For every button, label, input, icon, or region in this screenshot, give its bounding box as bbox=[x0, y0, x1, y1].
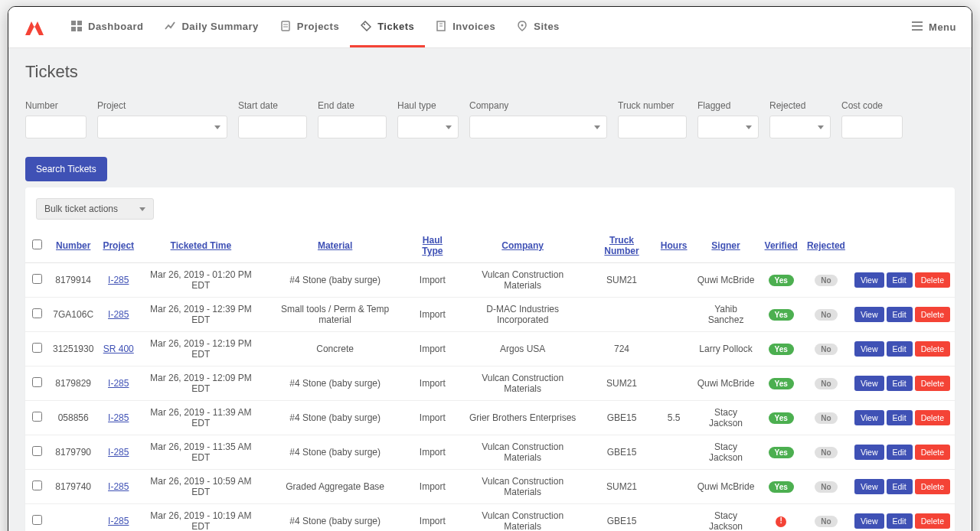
delete-button[interactable]: Delete bbox=[915, 307, 950, 322]
truck_number-input[interactable] bbox=[618, 116, 687, 138]
project-link[interactable]: I-285 bbox=[108, 447, 129, 458]
delete-button[interactable]: Delete bbox=[915, 445, 950, 460]
nav-invoices[interactable]: Invoices bbox=[425, 7, 506, 47]
project-link[interactable]: I-285 bbox=[108, 309, 129, 320]
row-checkbox[interactable] bbox=[32, 446, 42, 456]
delete-button[interactable]: Delete bbox=[915, 376, 950, 391]
view-button[interactable]: View bbox=[854, 307, 884, 322]
view-button[interactable]: View bbox=[854, 376, 884, 391]
filter-label: Start date bbox=[238, 100, 307, 111]
time-cell: Mar 26, 2019 - 11:39 AM EDT bbox=[139, 401, 263, 435]
cost_code-input[interactable] bbox=[841, 116, 903, 138]
view-button[interactable]: View bbox=[854, 479, 884, 494]
project-link[interactable]: I-285 bbox=[108, 481, 129, 492]
project-cell: SR 400 bbox=[98, 332, 139, 366]
material-cell: #4 Stone (baby surge) bbox=[263, 504, 407, 532]
nav-tickets[interactable]: Tickets bbox=[350, 7, 425, 47]
edit-button[interactable]: Edit bbox=[887, 479, 913, 494]
signer-cell: Stacy Jackson bbox=[692, 435, 760, 470]
nav-dashboard[interactable]: Dashboard bbox=[60, 7, 154, 47]
haul-cell: Import bbox=[407, 435, 459, 470]
delete-button[interactable]: Delete bbox=[915, 410, 950, 425]
verified-cell: Yes bbox=[760, 366, 802, 401]
col-material[interactable]: Material bbox=[263, 229, 407, 263]
nav-daily-summary[interactable]: Daily Summary bbox=[154, 7, 269, 47]
row-checkbox[interactable] bbox=[32, 412, 42, 422]
row-checkbox[interactable] bbox=[32, 481, 42, 490]
start_date-input[interactable] bbox=[238, 116, 307, 138]
col-ticketed-time[interactable]: Ticketed Time bbox=[139, 229, 263, 263]
edit-button[interactable]: Edit bbox=[887, 410, 913, 425]
col-number[interactable]: Number bbox=[48, 229, 98, 263]
nav-label: Dashboard bbox=[88, 21, 143, 32]
checkbox-cell bbox=[25, 504, 48, 532]
end_date-input[interactable] bbox=[318, 116, 387, 138]
hours-cell bbox=[656, 504, 692, 532]
col-hours[interactable]: Hours bbox=[656, 229, 692, 263]
edit-button[interactable]: Edit bbox=[887, 513, 913, 529]
delete-button[interactable]: Delete bbox=[915, 513, 950, 529]
delete-button[interactable]: Delete bbox=[915, 341, 950, 357]
filter-number: Number bbox=[25, 100, 87, 138]
truck-cell: SUM21 bbox=[587, 263, 656, 298]
project-link[interactable]: I-285 bbox=[108, 516, 129, 526]
signer-cell: Stacy Jackson bbox=[692, 401, 760, 435]
haul_type-select[interactable] bbox=[397, 116, 459, 138]
menu-button[interactable]: Menu bbox=[912, 21, 956, 33]
nav-sites[interactable]: Sites bbox=[506, 7, 570, 47]
rejected-select[interactable] bbox=[769, 116, 831, 138]
edit-button[interactable]: Edit bbox=[887, 272, 913, 288]
number-input[interactable] bbox=[25, 116, 87, 138]
truck-cell: GBE15 bbox=[587, 435, 656, 470]
view-button[interactable]: View bbox=[854, 341, 884, 357]
edit-button[interactable]: Edit bbox=[887, 376, 913, 391]
col-signer[interactable]: Signer bbox=[692, 229, 760, 263]
project-link[interactable]: I-285 bbox=[108, 412, 129, 423]
col-truck-number[interactable]: Truck Number bbox=[587, 229, 656, 263]
view-button[interactable]: View bbox=[854, 272, 884, 288]
project-link[interactable]: SR 400 bbox=[103, 344, 134, 354]
time-cell: Mar 26, 2019 - 12:19 PM EDT bbox=[139, 332, 263, 366]
col-verified[interactable]: Verified bbox=[760, 229, 802, 263]
nav-projects[interactable]: Projects bbox=[270, 7, 350, 47]
truck-cell: GBE15 bbox=[587, 401, 656, 435]
project-link[interactable]: I-285 bbox=[108, 275, 129, 285]
hours-cell bbox=[656, 263, 692, 298]
row-checkbox[interactable] bbox=[32, 343, 42, 353]
col-company[interactable]: Company bbox=[458, 229, 587, 263]
edit-button[interactable]: Edit bbox=[887, 445, 913, 460]
logo bbox=[24, 18, 45, 37]
table-row: 8179740I-285Mar 26, 2019 - 10:59 AM EDTG… bbox=[25, 470, 955, 504]
select-all-checkbox[interactable] bbox=[32, 239, 42, 249]
bulk-actions-select[interactable]: Bulk ticket actions bbox=[36, 198, 154, 220]
row-checkbox[interactable] bbox=[32, 515, 42, 525]
filter-project: Project bbox=[97, 100, 227, 138]
view-button[interactable]: View bbox=[854, 445, 884, 460]
project-select[interactable] bbox=[97, 116, 227, 138]
search-button[interactable]: Search Tickets bbox=[25, 157, 107, 181]
document-icon bbox=[280, 21, 291, 31]
edit-button[interactable]: Edit bbox=[887, 341, 913, 357]
project-link[interactable]: I-285 bbox=[108, 378, 129, 389]
delete-button[interactable]: Delete bbox=[915, 479, 950, 494]
delete-button[interactable]: Delete bbox=[915, 272, 950, 288]
view-button[interactable]: View bbox=[854, 513, 884, 529]
filter-label: Rejected bbox=[769, 100, 831, 111]
col-rejected[interactable]: Rejected bbox=[802, 229, 850, 263]
filter-label: Cost code bbox=[841, 100, 903, 111]
haul-cell: Import bbox=[407, 504, 459, 532]
project-cell: I-285 bbox=[98, 401, 139, 435]
col-project[interactable]: Project bbox=[98, 229, 139, 263]
row-checkbox[interactable] bbox=[32, 377, 42, 387]
rejected-cell: No bbox=[802, 470, 850, 504]
company-select[interactable] bbox=[469, 116, 607, 138]
flagged-select[interactable] bbox=[697, 116, 759, 138]
filter-label: Company bbox=[469, 100, 607, 111]
col-haul-type[interactable]: Haul Type bbox=[407, 229, 459, 263]
row-checkbox[interactable] bbox=[32, 274, 42, 284]
edit-button[interactable]: Edit bbox=[887, 307, 913, 322]
row-checkbox[interactable] bbox=[32, 308, 42, 318]
rejected-cell: No bbox=[802, 401, 850, 435]
filter-label: Flagged bbox=[697, 100, 759, 111]
view-button[interactable]: View bbox=[854, 410, 884, 425]
